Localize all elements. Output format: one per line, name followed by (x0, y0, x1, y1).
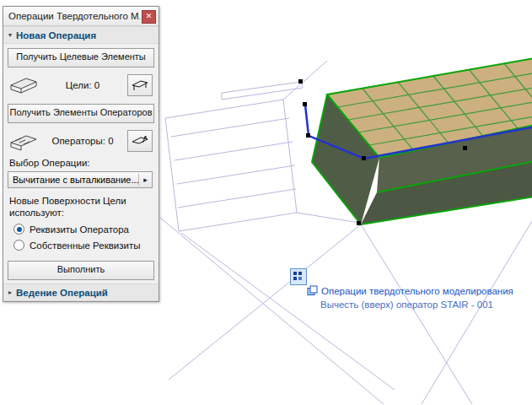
choose-operation-label: Выбор Операции: (3, 155, 159, 170)
radio-operator-label: Реквизиты Оператора (30, 224, 129, 235)
radio-own-attributes[interactable]: Собственные Реквизиты (3, 237, 159, 253)
pick-target-icon (132, 78, 148, 92)
operation-dropdown-value: Вычитание с выталкивание... (8, 175, 138, 185)
radio-own-label: Собственные Реквизиты (30, 240, 140, 251)
chevron-down-icon: ▾ (8, 31, 12, 39)
panel-title: Операции Твердотельного М... (3, 11, 140, 21)
cursor-info-icon (290, 268, 307, 285)
targets-value: 0 (94, 80, 99, 90)
radio-unselected-icon[interactable] (13, 240, 24, 251)
operation-dropdown[interactable]: Вычитание с выталкивание... ▸ (8, 171, 153, 188)
application-window: Операции твердотельного моделирования Вы… (0, 0, 532, 405)
pick-operator-button[interactable] (127, 130, 153, 152)
operators-row: Операторы: 0 (3, 127, 159, 155)
section-new-operation-label: Новая Операция (16, 30, 96, 40)
solid-operations-panel: Операции Твердотельного М... ✕ ▾ Новая О… (3, 6, 159, 302)
target-slab-icon (9, 74, 38, 96)
dropdown-arrow-icon: ▸ (139, 176, 152, 184)
operators-label: Операторы: (51, 136, 105, 146)
operators-counter: Операторы: 0 (51, 136, 113, 146)
section-operation-log-label: Ведение Операций (16, 288, 108, 298)
operator-slab-icon (9, 130, 38, 152)
pick-operator-icon (132, 134, 148, 148)
pick-target-button[interactable] (127, 74, 153, 96)
info-tag-line2: Вычесть (вверх) оператор STAIR - 001 (320, 300, 493, 310)
get-targets-button[interactable]: Получить Целевые Элементы (8, 48, 154, 68)
info-tag-line1: Операции твердотельного моделирования (307, 285, 513, 296)
new-surfaces-label: Новые Поверхности Цели используют: (3, 193, 142, 221)
targets-label: Цели: (66, 80, 92, 90)
close-button[interactable]: ✕ (142, 10, 156, 24)
info-tag-title: Операции твердотельного моделирования (321, 286, 513, 296)
radio-operator-attributes[interactable]: Реквизиты Оператора (3, 221, 159, 237)
operation-icon (307, 285, 318, 296)
targets-counter: Цели: 0 (66, 80, 99, 90)
targets-row: Цели: 0 (3, 71, 159, 100)
panel-titlebar[interactable]: Операции Твердотельного М... ✕ (3, 7, 159, 26)
radio-selected-icon[interactable] (13, 224, 24, 235)
execute-button[interactable]: Выполнить (8, 261, 154, 280)
get-operators-button[interactable]: Получить Элементы Операторов (8, 104, 154, 123)
operators-value: 0 (108, 136, 113, 146)
section-operation-log[interactable]: ▸ Ведение Операций (3, 284, 159, 301)
section-new-operation[interactable]: ▾ Новая Операция (3, 26, 159, 44)
chevron-right-icon: ▸ (8, 289, 12, 296)
